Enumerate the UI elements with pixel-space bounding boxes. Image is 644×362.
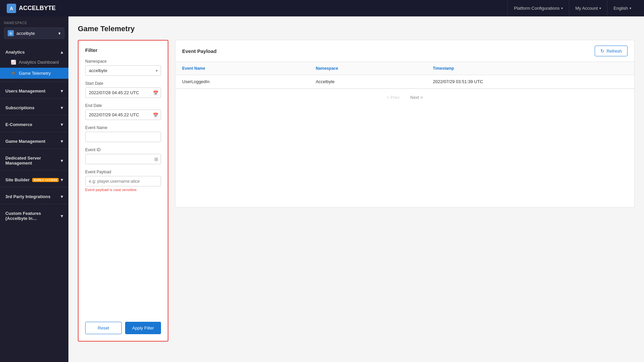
chevron-down-icon: ▾ bbox=[58, 31, 61, 36]
namespace-select[interactable]: accelbyte bbox=[85, 65, 161, 76]
navbar-right: Platform Configurations ▾ My Account ▾ E… bbox=[507, 0, 637, 16]
chevron-down-icon: ▾ bbox=[61, 158, 63, 163]
event-name-group: Event Name bbox=[85, 125, 161, 142]
namespace-label: Namespace bbox=[85, 59, 161, 64]
event-panel-header: Event Payload ↻ Refresh bbox=[175, 40, 634, 62]
divider bbox=[0, 170, 68, 171]
sidebar-section-ecommerce: E-Commerce ▾ bbox=[0, 117, 68, 130]
sidebar-item-dedicated-server[interactable]: Dedicated Server Management ▾ bbox=[0, 153, 68, 168]
cell-namespace: Accelbyte bbox=[309, 75, 426, 88]
apply-filter-button[interactable]: Apply Filter bbox=[125, 322, 161, 334]
refresh-icon: ↻ bbox=[600, 48, 604, 54]
sidebar-item-users-management[interactable]: Users Management ▾ bbox=[0, 86, 68, 96]
filter-title: Filter bbox=[85, 47, 161, 53]
chevron-down-icon: ▾ bbox=[61, 88, 63, 94]
event-payload-group: Event Payload Event payload is case sens… bbox=[85, 170, 161, 192]
divider bbox=[0, 204, 68, 204]
namespace-icon: ⊞ bbox=[8, 30, 14, 36]
sidebar-section-subscriptions: Subscriptions ▾ bbox=[0, 100, 68, 114]
event-payload-label: Event Payload bbox=[85, 170, 161, 174]
sidebar-item-3rd-party[interactable]: 3rd Party Integrations ▾ bbox=[0, 191, 68, 201]
divider bbox=[0, 148, 68, 149]
refresh-button[interactable]: ↻ Refresh bbox=[595, 46, 628, 56]
sidebar-section-custom-features: Custom Features (Accelbyte In… ▾ bbox=[0, 205, 68, 224]
event-payload-hint: Event payload is case sensitive. bbox=[85, 188, 161, 192]
filter-panel: Filter Namespace accelbyte Start Date bbox=[78, 40, 168, 342]
end-date-input[interactable] bbox=[85, 110, 161, 120]
content-area: Game Telemetry Filter Namespace accelbyt… bbox=[68, 16, 644, 362]
sidebar-section-site-builder: Site Builder EARLY ACCESS ▾ bbox=[0, 172, 68, 186]
next-button[interactable]: Next > bbox=[408, 94, 426, 101]
logo-text: ACCELBYTE bbox=[19, 5, 56, 12]
event-name-input[interactable] bbox=[85, 132, 161, 142]
logo-icon: A bbox=[7, 4, 16, 13]
sidebar-section-title-analytics[interactable]: Analytics ▴ bbox=[0, 47, 68, 57]
event-id-wrapper bbox=[85, 154, 161, 164]
event-payload-input[interactable] bbox=[85, 176, 161, 186]
navbar: A ACCELBYTE Platform Configurations ▾ My… bbox=[0, 0, 644, 16]
end-date-label: End Date bbox=[85, 103, 161, 108]
table-header: Event Name Namespace Timestamp bbox=[175, 62, 634, 75]
language-menu[interactable]: English ▾ bbox=[607, 0, 637, 16]
start-date-input[interactable] bbox=[85, 87, 161, 98]
divider bbox=[0, 187, 68, 187]
namespace-label: NAMESPACE bbox=[0, 16, 68, 27]
event-panel-title: Event Payload bbox=[182, 48, 217, 54]
namespace-select-wrapper: accelbyte bbox=[85, 65, 161, 76]
filter-buttons: Reset Apply Filter bbox=[85, 322, 161, 334]
divider bbox=[0, 132, 68, 132]
chevron-up-icon: ▴ bbox=[61, 50, 63, 55]
start-date-label: Start Date bbox=[85, 81, 161, 86]
page-title: Game Telemetry bbox=[78, 24, 635, 33]
sidebar: NAMESPACE ⊞ accelbyte ▾ Analytics ▴ 📈 An… bbox=[0, 16, 68, 362]
chevron-down-icon: ▾ bbox=[599, 6, 601, 10]
cell-event-name: UserLoggedIn bbox=[175, 75, 309, 88]
reset-button[interactable]: Reset bbox=[85, 322, 122, 334]
divider bbox=[0, 115, 68, 115]
chart-icon: 📈 bbox=[11, 60, 16, 65]
event-name-label: Event Name bbox=[85, 125, 161, 130]
sidebar-section-users: Users Management ▾ bbox=[0, 83, 68, 97]
sidebar-item-site-builder[interactable]: Site Builder EARLY ACCESS ▾ bbox=[0, 175, 68, 184]
sidebar-section-analytics: Analytics ▴ 📈 Analytics Dashboard 🎮 Game… bbox=[0, 44, 68, 80]
chevron-down-icon: ▾ bbox=[61, 122, 63, 127]
panels-row: Filter Namespace accelbyte Start Date bbox=[78, 40, 635, 342]
cell-timestamp: 2022/07/29 03:51:39 UTC bbox=[426, 75, 634, 88]
table-row: UserLoggedIn Accelbyte 2022/07/29 03:51:… bbox=[175, 75, 634, 88]
event-id-group: Event ID bbox=[85, 147, 161, 164]
early-access-badge: EARLY ACCESS bbox=[32, 178, 59, 182]
prev-button[interactable]: < Prev bbox=[384, 94, 402, 101]
sidebar-item-analytics-dashboard[interactable]: 📈 Analytics Dashboard bbox=[0, 57, 68, 68]
my-account-menu[interactable]: My Account ▾ bbox=[569, 0, 607, 16]
sidebar-section-dedicated-server: Dedicated Server Management ▾ bbox=[0, 150, 68, 169]
namespace-selector[interactable]: ⊞ accelbyte ▾ bbox=[4, 27, 64, 39]
sidebar-item-game-management[interactable]: Game Management ▾ bbox=[0, 136, 68, 146]
pagination: < Prev Next > bbox=[175, 88, 634, 106]
chevron-down-icon: ▾ bbox=[61, 177, 63, 182]
sidebar-section-game-management: Game Management ▾ bbox=[0, 133, 68, 147]
event-id-label: Event ID bbox=[85, 147, 161, 152]
logo: A ACCELBYTE bbox=[7, 4, 56, 13]
namespace-value: accelbyte bbox=[16, 31, 35, 36]
telemetry-icon: 🎮 bbox=[11, 71, 16, 76]
event-panel: Event Payload ↻ Refresh Event Name Names… bbox=[175, 40, 635, 207]
chevron-down-icon: ▾ bbox=[61, 105, 63, 110]
divider bbox=[0, 81, 68, 82]
sidebar-item-ecommerce[interactable]: E-Commerce ▾ bbox=[0, 119, 68, 129]
end-date-group: End Date bbox=[85, 103, 161, 120]
chevron-down-icon: ▾ bbox=[61, 139, 63, 144]
divider bbox=[0, 98, 68, 99]
col-namespace: Namespace bbox=[309, 62, 426, 75]
event-id-input[interactable] bbox=[85, 154, 161, 164]
chevron-down-icon: ▾ bbox=[61, 194, 63, 199]
start-date-group: Start Date bbox=[85, 81, 161, 98]
sidebar-section-3rd-party: 3rd Party Integrations ▾ bbox=[0, 189, 68, 202]
namespace-group: Namespace accelbyte bbox=[85, 59, 161, 76]
sidebar-item-subscriptions[interactable]: Subscriptions ▾ bbox=[0, 103, 68, 112]
col-event-name: Event Name bbox=[175, 62, 309, 75]
chevron-down-icon: ▾ bbox=[561, 6, 563, 10]
sidebar-item-custom-features[interactable]: Custom Features (Accelbyte In… ▾ bbox=[0, 208, 68, 223]
sidebar-item-game-telemetry[interactable]: 🎮 Game Telemetry bbox=[0, 68, 68, 79]
platform-configurations-menu[interactable]: Platform Configurations ▾ bbox=[507, 0, 569, 16]
chevron-down-icon: ▾ bbox=[61, 214, 63, 219]
